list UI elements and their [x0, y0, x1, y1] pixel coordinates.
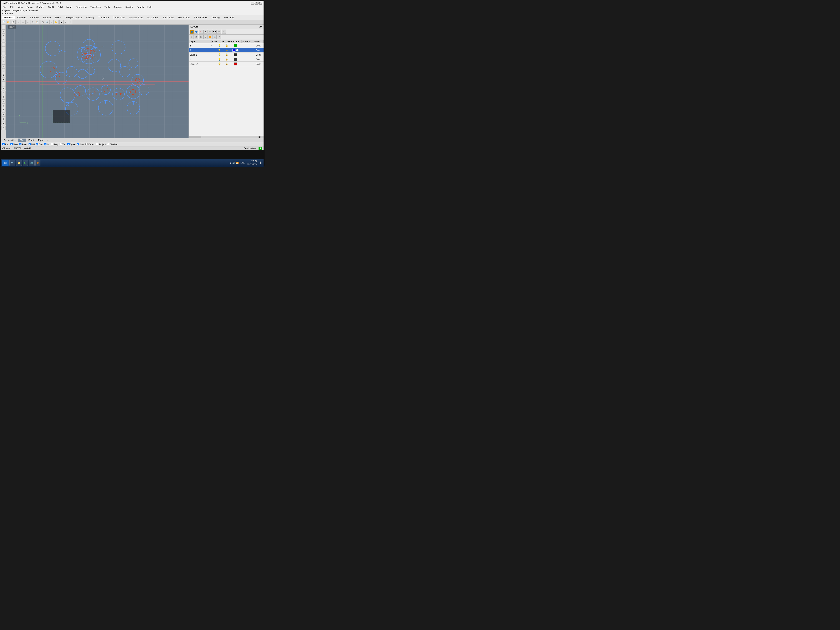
props-btn[interactable]: ℹ: [68, 20, 72, 24]
tab-subd-tools[interactable]: SubD Tools: [160, 16, 176, 19]
layer-search-icon[interactable]: 🔍: [213, 35, 217, 39]
snap-tool[interactable]: ⊗: [2, 112, 6, 117]
tab-top[interactable]: Top: [18, 139, 26, 142]
snap-cen[interactable]: Cen: [36, 143, 43, 145]
taskbar-app[interactable]: ⚙: [35, 160, 40, 166]
tab-perspective[interactable]: Perspective: [2, 139, 18, 142]
layer-on-capa1[interactable]: 💡: [216, 53, 223, 56]
menu-curve[interactable]: Curve: [25, 6, 33, 8]
tab-viewport-layout[interactable]: Viewport Layout: [63, 16, 84, 19]
open-btn[interactable]: 📂: [6, 20, 10, 24]
snap-project[interactable]: Project: [96, 143, 106, 145]
layer-color-swatch-2[interactable]: [234, 44, 237, 47]
menu-subd[interactable]: SubD: [47, 6, 55, 8]
layer-row-layer01[interactable]: Layer 01 💡 🔒 Conti: [189, 62, 264, 66]
rect-tool[interactable]: ▭: [2, 55, 6, 60]
layer-lock-capa1[interactable]: 🔒: [223, 53, 231, 56]
layer-row-1[interactable]: 1 💡 🔒 Conti: [189, 57, 264, 62]
light-tool[interactable]: ✦: [2, 121, 6, 125]
menu-file[interactable]: File: [2, 6, 7, 8]
layer-color-0[interactable]: [231, 49, 241, 52]
menu-mesh[interactable]: Mesh: [66, 6, 73, 8]
layer-on-0[interactable]: 💡: [216, 49, 223, 52]
layer-row-capa1[interactable]: Capa 1 💡 🔒 Conti: [189, 52, 264, 57]
menu-panels[interactable]: Panels: [136, 6, 145, 8]
taskbar-explorer[interactable]: 📁: [16, 160, 22, 166]
cut-btn[interactable]: ✂: [26, 20, 30, 24]
tab-mesh-tools[interactable]: Mesh Tools: [176, 16, 191, 19]
layer-new-sub-icon[interactable]: +↳: [194, 35, 198, 39]
viewport-label[interactable]: Top ▾: [8, 25, 16, 28]
layer-on-layer01[interactable]: 💡: [216, 63, 223, 65]
mesh-tool[interactable]: ⬣: [2, 73, 6, 77]
arc-tool[interactable]: ◡: [2, 47, 6, 51]
tab-surface-tools[interactable]: Surface Tools: [127, 16, 145, 19]
tab-standard[interactable]: Standard: [2, 16, 15, 19]
taskbar-rhino[interactable]: 🦏: [29, 160, 35, 166]
layer-lock-layer01[interactable]: 🔒: [223, 63, 231, 65]
render-btn[interactable]: ▶: [59, 20, 63, 24]
layer-del-icon[interactable]: 🗑: [199, 35, 203, 39]
layer-btn[interactable]: ≡: [64, 20, 68, 24]
save-btn[interactable]: 💾: [11, 20, 15, 24]
layer-new-btn[interactable]: 🔵: [189, 30, 194, 34]
layer-row-2[interactable]: 2 ✓ 💡 🔓 Conti: [189, 43, 264, 48]
snap-near[interactable]: Near: [10, 143, 18, 145]
polyline-tool[interactable]: ∧: [2, 34, 6, 38]
layers-collapse-icon[interactable]: ≫: [259, 25, 262, 28]
paste-btn[interactable]: 📋: [35, 20, 39, 24]
layer-down-btn[interactable]: ▼: [208, 30, 212, 34]
layer-help-btn[interactable]: ?: [222, 30, 226, 34]
layer-row-0[interactable]: 0 💡 🔒 Conti: [189, 48, 264, 52]
snap-point[interactable]: Point: [19, 143, 27, 145]
tab-right[interactable]: Right: [36, 139, 46, 142]
menu-tools[interactable]: Tools: [104, 6, 111, 8]
layer-help2-icon[interactable]: ?: [217, 35, 221, 39]
pan-btn[interactable]: ✋: [54, 20, 58, 24]
command-bar[interactable]: Command:: [1, 12, 264, 15]
snap-knot[interactable]: Knot: [77, 143, 84, 145]
transform-tool[interactable]: ↔: [2, 82, 6, 86]
snap-perp[interactable]: Perp: [51, 143, 58, 145]
polygon-tool[interactable]: ⬡: [2, 60, 6, 64]
snap-vertex[interactable]: Vertex: [85, 143, 95, 145]
group-tool[interactable]: ☰: [2, 108, 6, 112]
tab-solid-tools[interactable]: Solid Tools: [145, 16, 160, 19]
new-btn[interactable]: 📄: [2, 20, 6, 24]
layer-new-sublayer-btn[interactable]: 🔵: [194, 30, 198, 34]
undo-btn[interactable]: ↩: [16, 20, 21, 24]
tab-curve-tools[interactable]: Curve Tools: [111, 16, 127, 19]
select-all-btn[interactable]: ⊡: [41, 20, 45, 24]
misc-tool[interactable]: ⊕: [2, 126, 6, 130]
dimension-tool[interactable]: ⇔: [2, 91, 6, 95]
layer-on-1[interactable]: 💡: [216, 58, 223, 61]
menu-view[interactable]: View: [17, 6, 24, 8]
layer-color-1[interactable]: [231, 58, 241, 61]
zoom-ext-btn[interactable]: ⤢: [49, 20, 54, 24]
surface-tool[interactable]: □: [2, 69, 6, 73]
minimize-button[interactable]: ─: [251, 2, 254, 5]
camera-tool[interactable]: ⊙: [2, 117, 6, 121]
layer-color-2[interactable]: [231, 44, 241, 47]
circle-tool[interactable]: ○: [2, 43, 6, 47]
layer-color-layer01[interactable]: [231, 63, 241, 65]
tab-new-v7[interactable]: New in V7: [222, 16, 236, 19]
layer-color-swatch-capa1[interactable]: [234, 53, 237, 56]
menu-help[interactable]: Help: [147, 6, 153, 8]
hatch-tool[interactable]: #: [2, 99, 6, 104]
redo-btn[interactable]: ↪: [21, 20, 25, 24]
block-tool[interactable]: ⊞: [2, 104, 6, 108]
layer-indicator[interactable]: 2: [259, 147, 262, 150]
solid-tool[interactable]: ◆: [2, 77, 6, 82]
layer-color-swatch-layer01[interactable]: [234, 63, 237, 65]
layer-current-2[interactable]: ✓: [207, 44, 216, 47]
layer-delete-btn[interactable]: ✕: [199, 30, 203, 34]
snap-quad[interactable]: Quad: [67, 143, 76, 145]
snap-int[interactable]: Int: [44, 143, 49, 145]
freeform-tool[interactable]: ~: [2, 65, 6, 68]
tab-visibility[interactable]: Visibility: [84, 16, 96, 19]
taskbar-search[interactable]: 🔍: [9, 160, 15, 166]
layer-up-btn[interactable]: ▲: [203, 30, 207, 34]
layer-filter-icon[interactable]: 🔽: [208, 35, 212, 39]
line-tool[interactable]: /: [2, 29, 6, 33]
